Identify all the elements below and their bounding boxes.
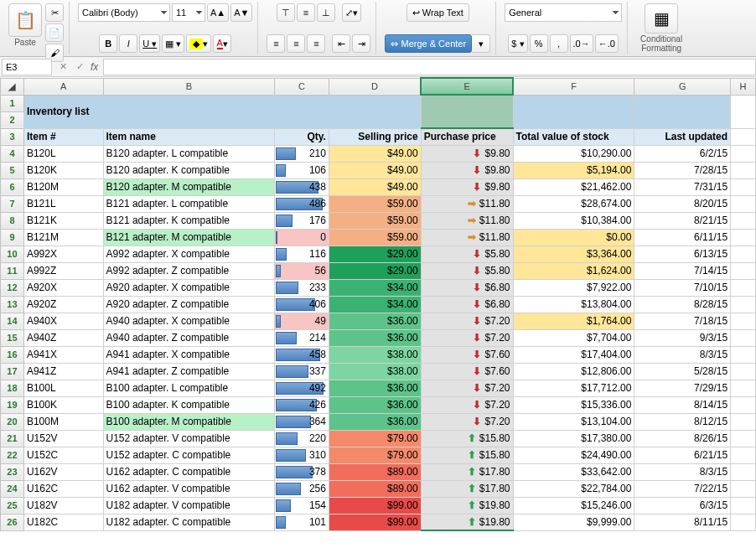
formula-input[interactable] xyxy=(103,59,756,75)
cell-item-name[interactable]: B120 adapter. M compatible xyxy=(103,178,275,195)
cell-selling-price[interactable]: $59.00 xyxy=(329,195,421,212)
cell-qty[interactable]: 154 xyxy=(275,497,329,514)
copy-button[interactable]: 📄 xyxy=(45,23,64,42)
cell-empty[interactable] xyxy=(731,162,756,178)
cell-total-value[interactable]: $22,784.00 xyxy=(513,480,634,497)
cell-qty[interactable]: 458 xyxy=(275,346,329,363)
cell-selling-price[interactable]: $29.00 xyxy=(329,262,421,279)
font-name-select[interactable]: Calibri (Body) xyxy=(78,3,170,22)
conditional-formatting-button[interactable]: ▦ xyxy=(645,3,678,34)
cell-item-name[interactable]: A920 adapter. X compatible xyxy=(103,279,275,296)
cell-qty[interactable]: 106 xyxy=(275,162,329,178)
col-header-A[interactable]: A xyxy=(23,78,103,95)
row-header[interactable]: 12 xyxy=(1,279,24,296)
cell-item-no[interactable]: U182C xyxy=(23,514,103,530)
cell-empty[interactable] xyxy=(731,363,756,380)
cell-qty[interactable]: 438 xyxy=(275,178,329,195)
name-box[interactable] xyxy=(2,59,52,75)
cell-empty[interactable] xyxy=(731,514,756,530)
row-header[interactable]: 13 xyxy=(1,296,24,313)
cell-qty[interactable]: 492 xyxy=(275,380,329,396)
number-format-select[interactable]: General xyxy=(505,3,622,22)
cell-selling-price[interactable]: $49.00 xyxy=(329,145,421,162)
cell-total-value[interactable]: $3,364.00 xyxy=(513,246,634,262)
cell-purchase-price[interactable]: ⬆ $19.80 xyxy=(421,514,513,530)
row-header[interactable]: 17 xyxy=(1,363,24,380)
font-color-button[interactable]: A▾ xyxy=(213,34,231,53)
cell-purchase-price[interactable]: ⬇ $5.80 xyxy=(421,262,513,279)
cell-empty[interactable] xyxy=(731,212,756,229)
cell-item-no[interactable]: B120M xyxy=(23,178,103,195)
cell-empty[interactable] xyxy=(731,430,756,447)
cell-total-value[interactable]: $9,999.00 xyxy=(513,514,634,530)
cell-purchase-price[interactable]: ⬇ $7.20 xyxy=(421,380,513,396)
hdr-qty[interactable]: Qty. xyxy=(275,128,329,145)
cell-last-updated[interactable]: 8/28/15 xyxy=(634,296,731,313)
cell-qty[interactable]: 233 xyxy=(275,279,329,296)
cell-total-value[interactable]: $21,462.00 xyxy=(513,178,634,195)
cell-empty[interactable] xyxy=(731,195,756,212)
cell-qty[interactable]: 364 xyxy=(275,413,329,430)
cell-qty[interactable]: 0 xyxy=(275,229,329,246)
cell-last-updated[interactable]: 8/26/15 xyxy=(634,430,731,447)
col-header-F[interactable]: F xyxy=(513,78,634,95)
cell-total-value[interactable]: $0.00 xyxy=(513,229,634,246)
cell-last-updated[interactable]: 7/28/15 xyxy=(634,162,731,178)
increase-font-button[interactable]: A▲ xyxy=(207,3,229,22)
cell-item-no[interactable]: A941X xyxy=(23,346,103,363)
cell-selling-price[interactable]: $79.00 xyxy=(329,430,421,447)
cell-item-name[interactable]: U182 adapter. V compatible xyxy=(103,497,275,514)
cell-last-updated[interactable]: 7/18/15 xyxy=(634,313,731,329)
row-header[interactable]: 11 xyxy=(1,262,24,279)
cell-last-updated[interactable]: 7/29/15 xyxy=(634,380,731,396)
cell-total-value[interactable]: $5,194.00 xyxy=(513,162,634,178)
cell-item-name[interactable]: U162 adapter. C compatible xyxy=(103,463,275,480)
cell-last-updated[interactable]: 6/2/15 xyxy=(634,145,731,162)
cell-purchase-price[interactable]: ⬇ $9.80 xyxy=(421,178,513,195)
cell-selling-price[interactable]: $49.00 xyxy=(329,178,421,195)
cell-total-value[interactable]: $13,804.00 xyxy=(513,296,634,313)
row-header[interactable]: 19 xyxy=(1,396,24,413)
cell-qty[interactable]: 214 xyxy=(275,329,329,346)
row-header[interactable]: 18 xyxy=(1,380,24,396)
cell-purchase-price[interactable]: ⬇ $7.20 xyxy=(421,413,513,430)
align-top-button[interactable]: ⊤ xyxy=(277,3,295,22)
cell-total-value[interactable]: $1,764.00 xyxy=(513,313,634,329)
cell-item-no[interactable]: A992X xyxy=(23,246,103,262)
decrease-indent-button[interactable]: ⇤ xyxy=(332,34,350,53)
cell-selling-price[interactable]: $99.00 xyxy=(329,514,421,530)
row-header[interactable]: 5 xyxy=(1,162,24,178)
cell-qty[interactable]: 56 xyxy=(275,262,329,279)
currency-button[interactable]: $ ▾ xyxy=(508,34,527,53)
cell-selling-price[interactable]: $89.00 xyxy=(329,480,421,497)
col-header-D[interactable]: D xyxy=(329,78,421,95)
cell-item-name[interactable]: U152 adapter. C compatible xyxy=(103,447,275,463)
hdr-last-updated[interactable]: Last updated xyxy=(634,128,731,145)
cell-last-updated[interactable]: 8/20/15 xyxy=(634,195,731,212)
row-header[interactable]: 9 xyxy=(1,229,24,246)
cell-empty[interactable] xyxy=(731,497,756,514)
cell-item-no[interactable]: A920Z xyxy=(23,296,103,313)
cell-empty[interactable] xyxy=(731,229,756,246)
cell-total-value[interactable]: $15,336.00 xyxy=(513,396,634,413)
row-header[interactable]: 15 xyxy=(1,329,24,346)
cell-item-name[interactable]: B121 adapter. M compatible xyxy=(103,229,275,246)
cell-item-no[interactable]: A992Z xyxy=(23,262,103,279)
cell-qty[interactable]: 406 xyxy=(275,296,329,313)
cell-item-name[interactable]: U152 adapter. V compatible xyxy=(103,430,275,447)
cell-empty[interactable] xyxy=(731,262,756,279)
cell-last-updated[interactable]: 6/3/15 xyxy=(634,497,731,514)
cell-selling-price[interactable]: $99.00 xyxy=(329,497,421,514)
cell-purchase-price[interactable]: ⬆ $15.80 xyxy=(421,447,513,463)
cell-last-updated[interactable]: 6/21/15 xyxy=(634,447,731,463)
align-middle-button[interactable]: ≡ xyxy=(297,3,315,22)
cell-item-name[interactable]: A940 adapter. X compatible xyxy=(103,313,275,329)
cell-qty[interactable]: 310 xyxy=(275,447,329,463)
row-header[interactable]: 7 xyxy=(1,195,24,212)
cell-item-no[interactable]: U152C xyxy=(23,447,103,463)
row-header[interactable]: 4 xyxy=(1,145,24,162)
cell-item-name[interactable]: A941 adapter. X compatible xyxy=(103,346,275,363)
cell-purchase-price[interactable]: ⬇ $7.20 xyxy=(421,313,513,329)
row-header[interactable]: 6 xyxy=(1,178,24,195)
merge-center-button[interactable]: ⇔Merge & Center xyxy=(385,34,472,53)
